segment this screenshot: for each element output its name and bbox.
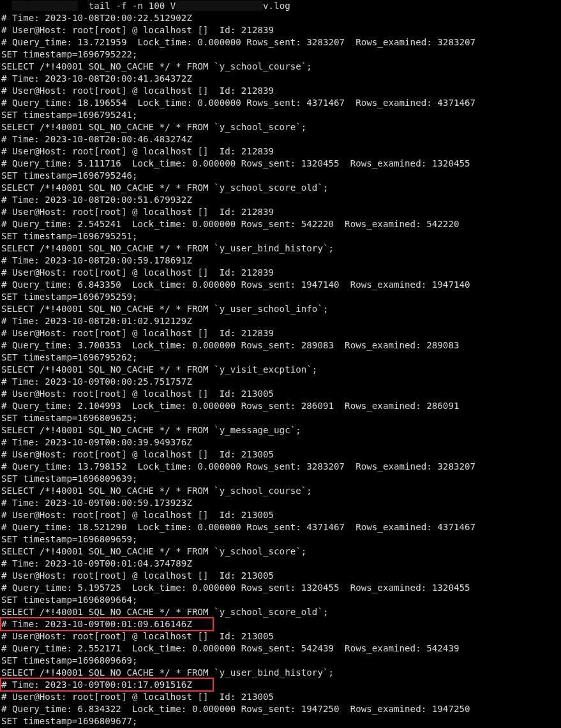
log-select: SELECT /*!40001 SQL_NO_CACHE */ * FROM `… xyxy=(1,364,317,375)
log-set-timestamp: SET timestamp=1696795246; xyxy=(1,170,138,181)
log-line-userhost: # User@Host: root[root] @ localhost [] I… xyxy=(1,509,560,521)
log-line-select: SELECT /*!40001 SQL_NO_CACHE */ * FROM `… xyxy=(1,242,560,255)
log-line-userhost: # User@Host: root[root] @ localhost [] I… xyxy=(1,630,560,643)
log-line-select: SELECT /*!40001 SQL_NO_CACHE */ * FROM `… xyxy=(1,182,560,194)
log-select: SELECT /*!40001 SQL_NO_CACHE */ * FROM `… xyxy=(1,122,306,132)
log-line-select: SELECT /*!40001 SQL_NO_CACHE */ * FROM `… xyxy=(1,303,560,315)
log-line-userhost: # User@Host: root[root] @ localhost [] I… xyxy=(1,388,560,400)
log-select: SELECT /*!40001 SQL_NO_CACHE */ * FROM `… xyxy=(1,607,329,617)
log-time: # Time: 2023-10-09T00:01:04.374789Z xyxy=(1,558,192,568)
log-querytime: # Query_time: 18.521290 Lock_time: 0.000… xyxy=(1,522,475,532)
command-text: tail -f -n 100 V xyxy=(78,1,176,11)
log-querytime: # Query_time: 2.104993 Lock_time: 0.0000… xyxy=(1,401,460,411)
log-line-set: SET timestamp=1696795222; xyxy=(1,48,560,61)
log-line-time: # Time: 2023-10-08T20:00:51.679932Z xyxy=(1,194,560,206)
log-set-timestamp: SET timestamp=1696795241; xyxy=(1,110,138,120)
log-userhost: # User@Host: root[root] @ localhost [] I… xyxy=(1,146,274,156)
log-userhost: # User@Host: root[root] @ localhost [] I… xyxy=(1,328,274,338)
log-line-query: # Query_time: 2.104993 Lock_time: 0.0000… xyxy=(1,400,560,412)
terminal-output[interactable]: ot@VM 0 13 c tail -f -n 100 V v.log# Tim… xyxy=(0,0,561,728)
log-line-time: # Time: 2023-10-09T00:01:09.616146Z xyxy=(1,618,560,630)
log-line-select: SELECT /*!40001 SQL_NO_CACHE */ * FROM `… xyxy=(1,424,560,436)
log-userhost: # User@Host: root[root] @ localhost [] I… xyxy=(1,85,274,96)
log-querytime: # Query_time: 6.834322 Lock_time: 0.0000… xyxy=(1,704,470,714)
log-line-set: SET timestamp=1696795241; xyxy=(1,109,560,121)
log-time: # Time: 2023-10-09T00:01:09.616146Z xyxy=(1,619,192,629)
log-time: # Time: 2023-10-08T20:00:41.364372Z xyxy=(1,73,192,84)
log-line-userhost: # User@Host: root[root] @ localhost [] I… xyxy=(1,449,560,461)
log-line-time: # Time: 2023-10-09T00:00:39.949376Z xyxy=(1,436,560,449)
log-time: # Time: 2023-10-09T00:01:17.091516Z xyxy=(1,680,192,690)
log-userhost: # User@Host: root[root] @ localhost [] I… xyxy=(1,389,274,399)
log-filename: v.log xyxy=(263,1,290,11)
log-line-userhost: # User@Host: root[root] @ localhost [] I… xyxy=(1,85,560,97)
log-line-query: # Query_time: 6.843350 Lock_time: 0.0000… xyxy=(1,279,560,291)
log-line-userhost: # User@Host: root[root] @ localhost [] I… xyxy=(1,691,560,703)
log-line-set: SET timestamp=1696809664; xyxy=(1,594,560,606)
obscured-text: ot@VM 0 13 c xyxy=(12,1,78,11)
log-line-set: SET timestamp=1696809669; xyxy=(1,655,560,667)
log-time: # Time: 2023-10-09T00:00:39.949376Z xyxy=(1,437,192,447)
log-select: SELECT /*!40001 SQL_NO_CACHE */ * FROM `… xyxy=(1,486,312,496)
log-line-select: SELECT /*!40001 SQL_NO_CACHE */ * FROM `… xyxy=(1,546,560,558)
log-userhost: # User@Host: root[root] @ localhost [] I… xyxy=(1,692,274,702)
log-time: # Time: 2023-10-09T00:00:59.173923Z xyxy=(1,498,192,508)
obscured-text xyxy=(176,1,263,11)
log-set-timestamp: SET timestamp=1696809659; xyxy=(1,534,138,544)
log-userhost: # User@Host: root[root] @ localhost [] I… xyxy=(1,207,274,217)
log-line-time: # Time: 2023-10-08T20:00:46.483274Z xyxy=(1,133,560,145)
log-line-query: # Query_time: 13.721959 Lock_time: 0.000… xyxy=(1,36,560,48)
log-line-select: SELECT /*!40001 SQL_NO_CACHE */ * FROM `… xyxy=(1,485,560,497)
log-select: SELECT /*!40001 SQL_NO_CACHE */ * FROM `… xyxy=(1,182,329,193)
log-querytime: # Query_time: 13.798152 Lock_time: 0.000… xyxy=(1,461,475,472)
log-line-time: # Time: 2023-10-08T20:01:02.912129Z xyxy=(1,315,560,327)
log-line-userhost: # User@Host: root[root] @ localhost [] I… xyxy=(1,145,560,158)
log-set-timestamp: SET timestamp=1696795222; xyxy=(1,49,138,59)
log-userhost: # User@Host: root[root] @ localhost [] I… xyxy=(1,449,274,459)
log-time: # Time: 2023-10-08T20:01:02.912129Z xyxy=(1,316,192,326)
log-line-time: # Time: 2023-10-08T20:00:41.364372Z xyxy=(1,73,560,85)
log-select: SELECT /*!40001 SQL_NO_CACHE */ * FROM `… xyxy=(1,304,329,314)
log-line-select: SELECT /*!40001 SQL_NO_CACHE */ * FROM `… xyxy=(1,121,560,133)
log-line-query: # Query_time: 5.195725 Lock_time: 0.0000… xyxy=(1,582,560,594)
log-line-set: SET timestamp=1696795259; xyxy=(1,291,560,303)
log-line-set: SET timestamp=1696809625; xyxy=(1,412,560,424)
log-line-userhost: # User@Host: root[root] @ localhost [] I… xyxy=(1,570,560,582)
log-line-query: # Query_time: 2.545241 Lock_time: 0.0000… xyxy=(1,218,560,230)
log-set-timestamp: SET timestamp=1696795259; xyxy=(1,292,138,302)
log-line-set: SET timestamp=1696809659; xyxy=(1,533,560,546)
log-time: # Time: 2023-10-09T00:00:25.751757Z xyxy=(1,376,192,387)
log-select: SELECT /*!40001 SQL_NO_CACHE */ * FROM `… xyxy=(1,667,334,678)
log-line-select: SELECT /*!40001 SQL_NO_CACHE */ * FROM `… xyxy=(1,61,560,73)
log-userhost: # User@Host: root[root] @ localhost [] I… xyxy=(1,267,274,278)
log-set-timestamp: SET timestamp=1696809639; xyxy=(1,473,138,484)
log-line-time: # Time: 2023-10-09T00:01:04.374789Z xyxy=(1,558,560,570)
log-querytime: # Query_time: 5.195725 Lock_time: 0.0000… xyxy=(1,583,470,593)
log-line-query: # Query_time: 2.552171 Lock_time: 0.0000… xyxy=(1,643,560,655)
log-querytime: # Query_time: 3.700353 Lock_time: 0.0000… xyxy=(1,340,460,350)
log-querytime: # Query_time: 2.552171 Lock_time: 0.0000… xyxy=(1,643,460,653)
log-userhost: # User@Host: root[root] @ localhost [] I… xyxy=(1,570,274,581)
log-line-query: # Query_time: 3.700353 Lock_time: 0.0000… xyxy=(1,339,560,352)
log-line-userhost: # User@Host: root[root] @ localhost [] I… xyxy=(1,267,560,279)
log-set-timestamp: SET timestamp=1696795262; xyxy=(1,352,138,362)
log-userhost: # User@Host: root[root] @ localhost [] I… xyxy=(1,25,274,35)
log-line-time: # Time: 2023-10-09T00:01:17.091516Z xyxy=(1,679,560,691)
log-userhost: # User@Host: root[root] @ localhost [] I… xyxy=(1,631,274,641)
log-querytime: # Query_time: 18.196554 Lock_time: 0.000… xyxy=(1,98,475,108)
log-time: # Time: 2023-10-08T20:00:46.483274Z xyxy=(1,134,192,144)
log-line-query: # Query_time: 6.834322 Lock_time: 0.0000… xyxy=(1,703,560,715)
log-line-time: # Time: 2023-10-08T20:00:22.512902Z xyxy=(1,12,560,24)
log-time: # Time: 2023-10-08T20:00:22.512902Z xyxy=(1,13,192,23)
log-line-userhost: # User@Host: root[root] @ localhost [] I… xyxy=(1,24,560,36)
log-line-select: SELECT /*!40001 SQL_NO_CACHE */ * FROM `… xyxy=(1,364,560,376)
log-time: # Time: 2023-10-08T20:00:51.679932Z xyxy=(1,195,192,205)
log-querytime: # Query_time: 6.843350 Lock_time: 0.0000… xyxy=(1,279,470,290)
log-line-set: SET timestamp=1696809677; xyxy=(1,715,560,727)
log-line-query: # Query_time: 18.196554 Lock_time: 0.000… xyxy=(1,97,560,109)
log-set-timestamp: SET timestamp=1696809669; xyxy=(1,655,138,665)
prompt-prefix xyxy=(1,1,12,11)
log-line-select: SELECT /*!40001 SQL_NO_CACHE */ * FROM `… xyxy=(1,667,560,679)
log-line-time: # Time: 2023-10-09T00:00:59.173923Z xyxy=(1,497,560,509)
log-querytime: # Query_time: 5.111716 Lock_time: 0.0000… xyxy=(1,158,470,168)
